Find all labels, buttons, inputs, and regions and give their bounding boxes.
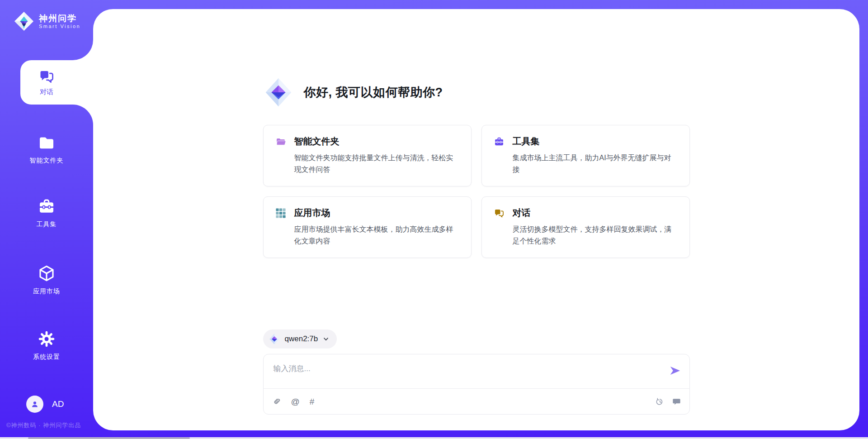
- sidebar-item-label: 对话: [40, 88, 53, 96]
- briefcase-icon: [494, 136, 505, 147]
- assistant-logo-icon: [263, 77, 294, 108]
- sidebar: 神州问学 Smart Vision 对话 智能文件夹 工具集 应用市场: [0, 0, 93, 439]
- app-name: 神州问学: [39, 14, 80, 24]
- card-toolset[interactable]: 工具集 集成市场上主流工具，助力AI与外界无缝扩展与对接: [481, 125, 690, 186]
- card-title: 智能文件夹: [294, 135, 340, 148]
- sidebar-item-app-market[interactable]: 应用市场: [0, 264, 93, 296]
- briefcase-icon: [38, 197, 56, 215]
- sidebar-item-chat[interactable]: 对话: [0, 60, 93, 105]
- message-composer: 输入消息... @ #: [263, 354, 690, 415]
- footer-credit: ©神州数码 · 神州问学出品: [6, 421, 81, 429]
- app-logo: 神州问学 Smart Vision: [14, 11, 80, 32]
- message-input[interactable]: 输入消息...: [264, 354, 689, 389]
- grid-icon: [275, 208, 286, 219]
- folder-icon: [38, 134, 56, 152]
- paperclip-icon[interactable]: [273, 397, 281, 406]
- card-smart-folders[interactable]: 智能文件夹 智能文件夹功能支持批量文件上传与清洗，轻松实现文件问答: [263, 125, 472, 186]
- hashtag-icon[interactable]: #: [310, 397, 315, 406]
- card-description: 灵活切换多模型文件，支持多样回复效果调试，满足个性化需求: [513, 224, 678, 247]
- avatar[interactable]: [26, 396, 43, 413]
- folder-open-icon: [275, 136, 286, 147]
- chat-bubbles-icon: [38, 68, 55, 85]
- sidebar-item-label: 应用市场: [0, 287, 93, 296]
- main-panel: 你好, 我可以如何帮助你? 智能文件夹 智能文件夹功能支持批量文件上传与清洗，轻…: [93, 9, 859, 430]
- chevron-down-icon: [322, 335, 330, 343]
- greeting: 你好, 我可以如何帮助你?: [263, 77, 690, 108]
- user-initials: AD: [52, 399, 64, 409]
- horizontal-scrollbar-thumb[interactable]: [28, 437, 190, 439]
- greeting-text: 你好, 我可以如何帮助你?: [304, 84, 443, 100]
- model-logo-icon: [269, 333, 280, 345]
- card-title: 应用市场: [294, 207, 330, 219]
- sidebar-item-settings[interactable]: 系统设置: [0, 330, 93, 361]
- cube-icon: [38, 264, 56, 282]
- card-description: 应用市场提供丰富长文本模板，助力高效生成多样化文章内容: [294, 224, 459, 247]
- feedback-bubble-icon[interactable]: [672, 397, 681, 406]
- chat-bubbles-icon: [494, 208, 505, 219]
- card-description: 智能文件夹功能支持批量文件上传与清洗，轻松实现文件问答: [294, 152, 459, 175]
- model-name: qwen2:7b: [285, 334, 318, 344]
- brand-diamond-icon: [14, 11, 34, 32]
- card-description: 集成市场上主流工具，助力AI与外界无缝扩展与对接: [513, 152, 678, 175]
- person-icon: [30, 399, 40, 409]
- input-placeholder: 输入消息...: [274, 364, 311, 373]
- history-icon[interactable]: [655, 397, 665, 406]
- card-app-market[interactable]: 应用市场 应用市场提供丰富长文本模板，助力高效生成多样化文章内容: [263, 196, 472, 258]
- card-chat[interactable]: 对话 灵活切换多模型文件，支持多样回复效果调试，满足个性化需求: [481, 196, 690, 258]
- app-tagline: Smart Vision: [39, 24, 80, 29]
- feature-cards: 智能文件夹 智能文件夹功能支持批量文件上传与清洗，轻松实现文件问答 工具集 集成…: [263, 125, 690, 258]
- user-profile[interactable]: AD: [26, 396, 64, 413]
- sidebar-item-label: 工具集: [0, 220, 93, 229]
- card-title: 工具集: [513, 135, 540, 148]
- sidebar-item-smart-folders[interactable]: 智能文件夹: [0, 134, 93, 165]
- composer-toolbar: @ #: [264, 389, 689, 414]
- gear-icon: [38, 330, 56, 348]
- sidebar-item-toolset[interactable]: 工具集: [0, 197, 93, 229]
- model-selector[interactable]: qwen2:7b: [263, 329, 337, 348]
- sidebar-item-label: 智能文件夹: [0, 157, 93, 165]
- send-icon[interactable]: [669, 364, 681, 377]
- card-title: 对话: [513, 207, 531, 219]
- mention-icon[interactable]: @: [291, 397, 300, 406]
- sidebar-item-label: 系统设置: [0, 353, 93, 361]
